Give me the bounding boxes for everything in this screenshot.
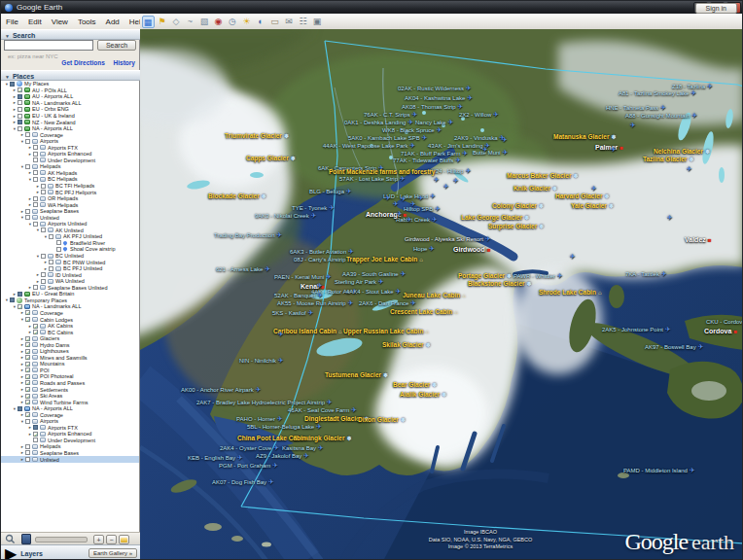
checkbox[interactable]: ✓: [33, 330, 38, 334]
airport-label[interactable]: Trading Bay Production✈: [214, 231, 282, 239]
airport-label[interactable]: ✈: [408, 200, 416, 208]
landmark-label[interactable]: China Poot Lake Cabin⌂: [237, 435, 311, 441]
airport-label[interactable]: ✈: [685, 165, 692, 173]
landmark-label[interactable]: Triumvirate Glacier❄: [225, 132, 289, 139]
airport-label[interactable]: ✈: [405, 216, 412, 224]
checkbox[interactable]: [41, 279, 46, 284]
airport-label[interactable]: 621 - Arness Lake✈: [216, 265, 270, 273]
places-panel-header[interactable]: ▼Places: [1, 70, 140, 81]
landmark-label[interactable]: Point Mackenzie farms and forestry⌂: [329, 168, 441, 175]
airport-label[interactable]: AK08 - Thomas Strip✈: [402, 103, 463, 111]
checkbox[interactable]: [33, 196, 38, 201]
checkbox[interactable]: [18, 100, 22, 105]
checkbox[interactable]: [25, 419, 30, 424]
airport-label[interactable]: Nancy Lake✈: [415, 119, 454, 126]
landmark-label[interactable]: Dixon Glacier❄: [358, 416, 406, 423]
airport-label[interactable]: AK00 - Anchor River Airpark✈: [181, 386, 262, 394]
title-bar[interactable]: Google Earth ─ □ ×: [1, 1, 743, 14]
checkbox[interactable]: [33, 145, 38, 150]
sign-in-button[interactable]: Sign in: [695, 3, 737, 14]
airport-label[interactable]: 08J - Carty's Airstrip✈: [294, 256, 353, 263]
checkbox[interactable]: [10, 82, 15, 87]
checkbox[interactable]: [41, 184, 46, 189]
checkbox[interactable]: ✓: [25, 368, 30, 372]
checkbox[interactable]: [18, 126, 22, 131]
checkbox[interactable]: ✓: [25, 412, 30, 417]
menu-tools[interactable]: Tools: [73, 18, 101, 26]
airport-label[interactable]: 9AK3 - Nikolai Creek✈: [255, 212, 317, 220]
airport-label[interactable]: 76AK - C.T. Strips✈: [364, 111, 418, 119]
checkbox[interactable]: ✓: [25, 387, 30, 392]
airport-label[interactable]: LHD - Lake Hood✈: [383, 192, 436, 200]
airport-label[interactable]: NIN - Ninilchik✈: [239, 357, 284, 365]
poi-label[interactable]: Girdwood - Alyeska Ski Resort✈: [405, 235, 491, 243]
landmark-label[interactable]: Lake George Glacier❄: [461, 214, 529, 221]
airport-label[interactable]: 7KA - Tatitlek✈: [625, 270, 667, 278]
airport-label[interactable]: ✈: [395, 210, 403, 218]
landmark-label[interactable]: Knik Glacier❄: [513, 185, 557, 192]
landmark-label[interactable]: Nelchina Glacier❄: [654, 148, 710, 155]
airport-label[interactable]: ✈: [383, 194, 391, 202]
airport-label[interactable]: AK55 - Moose Run Airstrip✈: [277, 299, 354, 307]
airport-label[interactable]: HNE - Tahneta Pass✈: [606, 104, 666, 112]
remove-content-button[interactable]: −: [106, 535, 117, 544]
checkbox[interactable]: ✓: [25, 400, 30, 404]
city-label[interactable]: Girdwood■: [453, 246, 490, 253]
landmark-label[interactable]: Tazlina Glacier❄: [643, 156, 693, 162]
airport-label[interactable]: KEB - English Bay✈: [188, 454, 243, 462]
airport-label[interactable]: TYE - Tyonek✈: [292, 204, 335, 212]
menu-edit[interactable]: Edit: [23, 18, 47, 26]
opacity-slider[interactable]: [35, 537, 88, 542]
checkbox[interactable]: [25, 444, 30, 449]
airport-label[interactable]: 2AK5 - Johnstone Point✈: [602, 326, 671, 333]
landmark-label[interactable]: Colony Glacier❄: [492, 202, 544, 209]
airport-label[interactable]: Hope✈: [413, 245, 435, 253]
sunlight-icon[interactable]: ☀: [240, 16, 253, 28]
ruler-icon[interactable]: ▭: [268, 16, 281, 28]
sidebar-toggle-icon[interactable]: ▦: [142, 16, 155, 28]
airport-label[interactable]: ✈: [276, 331, 284, 338]
search-button[interactable]: Search: [97, 40, 136, 51]
email-icon[interactable]: ✉: [283, 16, 296, 28]
landmark-label[interactable]: Trapper Joe Lake Cabin⌂: [346, 256, 423, 262]
city-label[interactable]: Cordova■: [704, 328, 737, 334]
airport-label[interactable]: 0AK1 - Deshka Landing✈: [344, 119, 413, 126]
airport-label[interactable]: 57AK - Lost Lake Strip✈: [339, 175, 406, 183]
airport-label[interactable]: 2AK7 - Bradley Lake Hydroelectric Projec…: [196, 399, 333, 406]
airport-label[interactable]: ✈: [451, 177, 459, 185]
landmark-label[interactable]: Harvard Glacier❄: [555, 192, 609, 199]
checkbox[interactable]: [18, 292, 22, 297]
airport-label[interactable]: PAEN - Kenai Muni✈: [274, 273, 332, 281]
airport-label[interactable]: ✈: [315, 282, 323, 290]
airport-label[interactable]: 2AK6 - Dan France✈: [359, 299, 416, 307]
landmark-label[interactable]: Surprise Glacier❄: [488, 223, 544, 229]
airport-label[interactable]: CKU - Cordova✈: [706, 318, 743, 326]
search-panel-header[interactable]: ▼Search: [1, 29, 140, 40]
airport-label[interactable]: ✈: [628, 122, 636, 129]
airport-label[interactable]: A88 - Gunsight Mountain✈: [625, 112, 697, 120]
checkbox[interactable]: ✓: [25, 355, 30, 360]
layers-panel-header[interactable]: ▶ Layers Earth Gallery »: [1, 544, 140, 560]
airport-label[interactable]: 44AK - West Papoose Lake Park✈: [323, 142, 415, 150]
airport-label[interactable]: 2AK9 - Vinduska✈: [454, 134, 505, 142]
menu-add[interactable]: Add: [101, 18, 124, 26]
airport-label[interactable]: 4AK4 - Stout Lake✈: [346, 288, 402, 296]
airport-label[interactable]: 46AK - Seal Cove Farm✈: [288, 406, 357, 414]
checkbox[interactable]: [49, 266, 53, 271]
checkbox[interactable]: ✓: [25, 394, 30, 399]
checkbox[interactable]: [41, 190, 46, 194]
airport-label[interactable]: 6AK3 - Butler Aviation✈: [290, 248, 354, 256]
save-image-icon[interactable]: ▣: [311, 16, 324, 28]
checkbox[interactable]: ✓: [25, 317, 30, 322]
checkbox[interactable]: [25, 209, 30, 214]
earth-gallery-button[interactable]: Earth Gallery »: [88, 548, 137, 558]
landmark-label[interactable]: Portage Glacier❄: [458, 272, 512, 279]
airport-label[interactable]: AK97 - Boswell Bay✈: [645, 343, 704, 351]
landmark-label[interactable]: Crescent Lake Cabin⌂: [390, 308, 458, 315]
airport-label[interactable]: PGM - Port Graham✈: [219, 462, 278, 470]
checkbox[interactable]: ✓: [25, 342, 30, 347]
landmark-label[interactable]: Marcus Baker Glacier❄: [507, 172, 579, 179]
checkbox[interactable]: [18, 406, 22, 411]
airport-label[interactable]: A81 - Tazlina Smokey Lake✈: [619, 89, 696, 97]
airport-label[interactable]: AA39 - South Gasline✈: [342, 270, 407, 278]
